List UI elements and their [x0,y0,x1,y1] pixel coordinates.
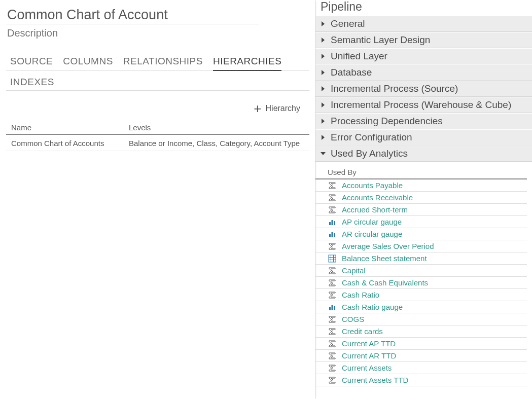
tab-indexes[interactable]: INDEXES [10,75,54,91]
usedby-item-label: Current AP TTD [342,339,396,348]
tab-columns[interactable]: COLUMNS [63,54,113,71]
cell-levels: Balance or Income, Class, Category, Acco… [129,139,309,148]
main-panel: SOURCE COLUMNS RELATIONSHIPS HIERARCHIES… [0,0,315,399]
accordion-database[interactable]: Database [315,64,532,81]
caret-right-icon [321,135,326,140]
hierarchy-table: Name Levels Common Chart of Accounts Bal… [6,120,309,151]
accordion-label: Incremental Process (Source) [331,83,458,94]
usedby-item[interactable]: Accounts Payable [315,179,527,192]
sigma-icon [328,206,337,214]
usedby-item[interactable]: AR circular gauge [315,228,527,240]
usedby-item[interactable]: Capital [315,265,527,277]
caret-right-icon [321,119,326,124]
usedby-item[interactable]: Cash & Cash Equivalents [315,277,527,289]
sigma-icon [328,194,337,202]
accordion-label: Semantic Layer Design [331,34,430,46]
usedby-item-label: AP circular gauge [342,217,402,226]
accordion-semantic[interactable]: Semantic Layer Design [315,32,532,48]
accordion-general[interactable]: General [315,16,532,32]
usedby-item-label: Cash Ratio [342,291,379,299]
title-input[interactable] [6,5,259,24]
description-input[interactable] [6,24,259,40]
usedby-item-label: COGS [342,315,364,323]
bars-icon [328,218,337,226]
usedby-item-label: Capital [342,266,366,275]
pipeline-panel: Pipeline GeneralSemantic Layer DesignUni… [315,0,532,399]
cell-name: Common Chart of Accounts [11,139,129,148]
col-header-levels: Levels [129,123,309,132]
accordion-inc_source[interactable]: Incremental Process (Source) [315,81,532,97]
usedby-list: Accounts PayableAccounts ReceivableAccru… [315,179,527,386]
accordion-proc_dep[interactable]: Processing Dependencies [315,113,532,129]
usedby-item-label: Accrued Short-term [342,205,408,214]
usedby-item-label: Cash Ratio gauge [342,303,403,311]
usedby-item-label: Accounts Receivable [342,193,413,202]
usedby-item-label: Accounts Payable [342,181,403,190]
table-row[interactable]: Common Chart of Accounts Balance or Inco… [6,135,309,151]
plus-icon: + [254,102,261,115]
caret-right-icon [321,70,326,75]
tabs-row-2: INDEXES [6,74,309,91]
caret-right-icon [321,38,326,43]
usedby-item-label: Current AR TTD [342,351,396,360]
hierarchy-table-header: Name Levels [6,120,309,135]
caret-right-icon [321,21,326,26]
usedby-item[interactable]: AP circular gauge [315,216,527,228]
usedby-item-label: Current Assets TTD [342,376,408,384]
usedby-item[interactable]: Credit cards [315,325,527,338]
usedby-item-label: Average Sales Over Period [342,242,434,250]
tab-hierarchies[interactable]: HIERARCHIES [213,54,281,71]
sigma-icon [328,340,337,348]
caret-right-icon [321,86,326,91]
usedby-item[interactable]: Accounts Receivable [315,192,527,204]
usedby-item-label: Current Assets [342,364,392,372]
caret-right-icon [321,54,326,59]
accordion-label: Used By Analytics [331,148,408,159]
usedby-item[interactable]: Current Assets [315,362,527,374]
accordion-used_by[interactable]: Used By Analytics [315,146,532,162]
accordion-label: Error Configuration [331,132,412,143]
bars-icon [328,230,337,238]
sigma-icon [328,352,337,360]
usedby-item[interactable]: Cash Ratio gauge [315,301,527,313]
accordion-unified[interactable]: Unified Layer [315,48,532,64]
accordion-label: Processing Dependencies [331,116,443,127]
accordion-error_cfg[interactable]: Error Configuration [315,129,532,146]
usedby-item-label: Cash & Cash Equivalents [342,278,428,287]
usedby-item[interactable]: COGS [315,313,527,325]
sigma-icon [328,291,337,299]
accordion-label: Unified Layer [331,51,387,62]
sigma-icon [328,315,337,323]
sigma-icon [328,242,337,250]
usedby-item-label: Credit cards [342,327,383,336]
tab-source[interactable]: SOURCE [10,54,53,71]
usedby-item-label: Balance Sheet statement [342,254,427,263]
accordion-label: General [331,18,365,29]
sigma-icon [328,182,337,190]
sigma-icon [328,328,337,336]
add-hierarchy-button[interactable]: + Hierarchy [6,102,309,115]
accordion-inc_wh[interactable]: Incremental Process (Warehouse & Cube) [315,97,532,113]
add-hierarchy-label: Hierarchy [266,104,300,113]
grid-icon [328,255,337,263]
pipeline-title: Pipeline [315,0,532,16]
usedby-item[interactable]: Current Assets TTD [315,374,527,386]
usedby-item[interactable]: Accrued Short-term [315,204,527,216]
caret-right-icon [321,102,326,107]
accordion: GeneralSemantic Layer DesignUnified Laye… [315,16,532,162]
usedby-header: Used By [315,165,527,179]
bars-icon [328,303,337,311]
usedby-item[interactable]: Average Sales Over Period [315,240,527,252]
sigma-icon [328,267,337,275]
usedby-item[interactable]: Cash Ratio [315,289,527,301]
usedby-item[interactable]: Current AR TTD [315,350,527,362]
col-header-name: Name [11,123,129,132]
usedby-item[interactable]: Current AP TTD [315,338,527,350]
accordion-label: Database [331,67,372,78]
sigma-icon [328,364,337,372]
sigma-icon [328,376,337,384]
tab-relationships[interactable]: RELATIONSHIPS [123,54,203,71]
usedby-item[interactable]: Balance Sheet statement [315,252,527,265]
accordion-label: Incremental Process (Warehouse & Cube) [331,99,511,111]
caret-down-icon [321,151,326,156]
